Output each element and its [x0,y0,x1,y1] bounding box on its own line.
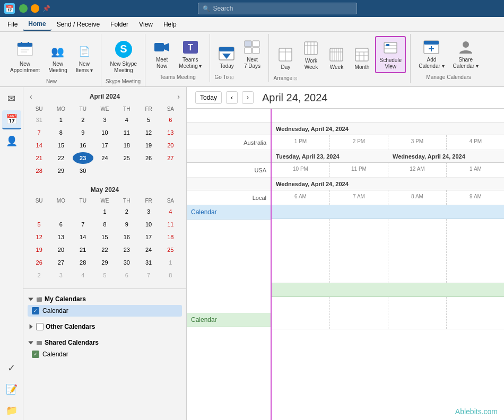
cal-day[interactable]: 5 [94,269,115,281]
cal-day[interactable]: 21 [73,244,93,256]
today-nav-button[interactable]: Today [195,91,222,104]
other-cal-checkbox[interactable] [36,323,44,330]
cal-day[interactable]: 24 [138,244,159,256]
cal-day[interactable]: 16 [116,231,137,243]
cal-day[interactable]: 4 [73,269,93,281]
cal-day-today[interactable]: 23 [73,152,93,164]
cal-day[interactable]: 12 [29,231,49,243]
teams-meeting-button[interactable]: T TeamsMeeting ▾ [175,36,205,72]
cal-day[interactable]: 27 [160,152,181,164]
cal-day[interactable]: 17 [138,231,159,243]
new-meeting-button[interactable]: 👥 NewMeeting [45,40,71,76]
menu-view[interactable]: View [134,19,158,30]
cal-day[interactable]: 29 [50,165,71,177]
cal-day[interactable]: 18 [160,231,181,243]
cal-day[interactable]: 26 [138,152,159,164]
cal-day[interactable]: 12 [138,127,159,138]
week-view-button[interactable]: Week [324,43,349,73]
prev-month-button[interactable]: ‹ [28,91,34,102]
cal-day[interactable] [138,165,159,177]
cal-day[interactable]: 11 [160,218,181,230]
cal-day[interactable]: 13 [50,231,71,243]
cal-day[interactable]: 20 [50,244,71,256]
cal-day[interactable]: 30 [73,165,93,177]
cal-day[interactable]: 19 [138,139,159,151]
cal-day[interactable]: 1 [50,114,71,126]
next-month-button[interactable]: › [175,91,182,102]
cal-day[interactable]: 8 [94,218,115,230]
nav-contacts-icon[interactable]: 👤 [2,132,21,151]
menu-help[interactable]: Help [158,19,182,30]
cal-day[interactable]: 5 [138,114,159,126]
nav-folders-icon[interactable]: 📁 [2,401,21,420]
shared-calendars-header[interactable]: Shared Calendars [28,337,182,348]
meet-now-button[interactable]: MeetNow [150,36,174,72]
search-box[interactable]: 🔍 Search [198,3,357,14]
schedule-view-button[interactable]: ScheduleView [375,36,406,73]
cal-day[interactable]: 22 [94,244,115,256]
cal-day[interactable]: 18 [116,139,137,151]
cal-day[interactable]: 8 [50,127,71,138]
cal-day[interactable]: 2 [29,269,49,281]
cal-day[interactable]: 7 [138,269,159,281]
nav-calendar-icon[interactable]: 📅 [2,110,21,129]
cal-day[interactable]: 10 [94,127,115,138]
cal-day[interactable]: 2 [116,206,137,217]
nav-tasks-icon[interactable]: ✓ [2,358,21,378]
cal-day[interactable]: 28 [73,257,93,268]
cal-day[interactable]: 7 [73,218,93,230]
cal-day[interactable]: 6 [116,269,137,281]
undo-btn[interactable] [19,4,28,13]
cal-day[interactable]: 10 [138,218,159,230]
cal-day[interactable]: 5 [29,218,49,230]
cal-day[interactable] [94,165,115,177]
cal-day[interactable]: 17 [94,139,115,151]
cal-day[interactable]: 20 [160,139,181,151]
calendar-checkbox-my[interactable]: ✓ [32,307,39,314]
cal-day[interactable]: 2 [73,114,93,126]
cal-day[interactable]: 7 [29,127,49,138]
cal-day[interactable]: 29 [94,257,115,268]
work-week-button[interactable]: WorkWeek [299,37,323,73]
new-skype-meeting-button[interactable]: S New SkypeMeeting [107,36,141,76]
cal-day[interactable]: 25 [160,244,181,256]
cal-day[interactable]: 3 [94,114,115,126]
calendar-checkbox-shared[interactable]: ✓ [32,351,39,358]
nav-mail-icon[interactable]: ✉ [2,89,21,108]
cal-day[interactable]: 13 [160,127,181,138]
cal-day[interactable]: 28 [29,165,49,177]
share-calendar-button[interactable]: ShareCalendar ▾ [449,36,482,72]
calendar-item-my[interactable]: ✓ Calendar [28,305,182,317]
cal-day[interactable]: 11 [116,127,137,138]
other-calendars-header[interactable]: Other Calendars [28,321,182,332]
next7days-button[interactable]: Next7 Days [240,36,264,72]
prev-date-button[interactable]: ‹ [226,91,238,104]
cal-day[interactable]: 1 [94,206,115,217]
menu-home[interactable]: Home [23,18,51,31]
add-calendar-button[interactable]: AddCalendar ▾ [415,36,448,72]
day-view-button[interactable]: Day [273,43,298,73]
menu-file[interactable]: File [2,19,23,30]
cal-day[interactable]: 16 [73,139,93,151]
cal-day[interactable]: 19 [29,244,49,256]
cal-day[interactable]: 4 [116,114,137,126]
cal-day[interactable]: 30 [116,257,137,268]
new-items-button[interactable]: 📄 NewItems ▾ [72,40,97,76]
my-calendars-header[interactable]: My Calendars [28,293,182,305]
cal-day[interactable] [50,206,71,217]
cal-day[interactable]: 15 [94,231,115,243]
cal-day[interactable]: 15 [50,139,71,151]
menu-send-receive[interactable]: Send / Receive [51,19,105,30]
calendar-item-shared[interactable]: ✓ Calendar [28,348,182,360]
cal-day[interactable]: 25 [116,152,137,164]
today-button[interactable]: Today [214,42,239,72]
cal-day[interactable]: 21 [29,152,49,164]
month-view-button[interactable]: Month [350,43,374,73]
cal-day[interactable]: 23 [116,244,137,256]
cal-day[interactable]: 24 [94,152,115,164]
cal-day[interactable] [160,165,181,177]
cal-day[interactable]: 4 [160,206,181,217]
cal-day[interactable]: 3 [50,269,71,281]
cal-day[interactable]: 1 [160,257,181,268]
cal-day[interactable]: 9 [73,127,93,138]
